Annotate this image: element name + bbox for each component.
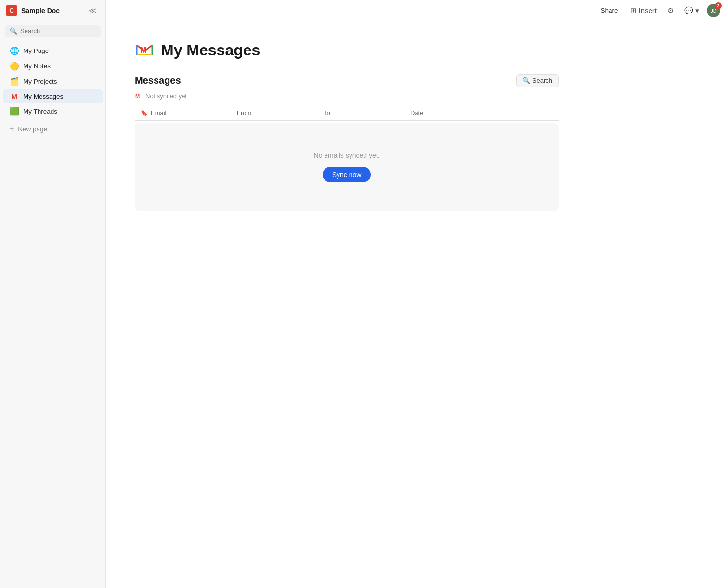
insert-button[interactable]: ⊞ Insert	[627, 4, 660, 17]
messages-icon: M	[10, 92, 19, 101]
table-col-from: From	[237, 109, 324, 116]
messages-section: Messages 🔍 Search M Not synced yet 🔖 Ema…	[135, 74, 559, 211]
sidebar-item-label-my-threads: My Threads	[23, 108, 57, 115]
chevron-down-icon: ▾	[695, 6, 699, 15]
main-area: Share ⊞ Insert ⚙ 💬 ▾ JD 2	[106, 0, 728, 588]
sidebar-item-my-messages[interactable]: M My Messages	[3, 89, 103, 103]
insert-icon: ⊞	[630, 6, 637, 15]
sidebar-header: C Sample Doc ≪	[0, 0, 105, 21]
topbar: Share ⊞ Insert ⚙ 💬 ▾ JD 2	[106, 0, 728, 21]
sidebar-item-label-my-notes: My Notes	[23, 63, 51, 70]
settings-button[interactable]: ⚙	[664, 4, 676, 17]
new-page-label: New page	[18, 126, 47, 133]
notification-badge: 2	[715, 2, 722, 9]
search-input[interactable]	[20, 27, 96, 35]
sidebar-item-my-notes[interactable]: 🟡 My Notes	[3, 59, 103, 74]
sync-status-text: Not synced yet	[145, 92, 187, 100]
sidebar-item-my-page[interactable]: 🌐 My Page	[3, 43, 103, 58]
sidebar-item-label-my-projects: My Projects	[23, 78, 57, 85]
gmail-small-icon: M	[135, 92, 143, 100]
insert-label: Insert	[638, 6, 657, 14]
comment-button[interactable]: 💬 ▾	[681, 4, 702, 17]
page-title: My Messages	[161, 41, 260, 59]
avatar[interactable]: JD 2	[707, 4, 720, 17]
from-col-label: From	[237, 109, 251, 116]
new-page-item[interactable]: + New page	[3, 122, 103, 136]
search-messages-icon: 🔍	[522, 77, 530, 84]
settings-icon: ⚙	[667, 6, 674, 15]
messages-header: Messages 🔍 Search	[135, 74, 559, 87]
date-col-label: Date	[410, 109, 423, 116]
doc-title: Sample Doc	[21, 7, 82, 14]
comment-icon: 💬	[684, 6, 693, 15]
svg-text:M: M	[140, 46, 146, 54]
messages-title: Messages	[135, 75, 181, 86]
empty-state: No emails synced yet. Sync now	[135, 123, 559, 211]
sidebar-item-my-threads[interactable]: 🟩 My Threads	[3, 104, 103, 119]
table-header: 🔖 Email From To Date	[135, 105, 559, 121]
notes-icon: 🟡	[10, 62, 19, 71]
page-content: M My Messages Messages 🔍 Search M Not sy…	[106, 21, 587, 588]
topbar-actions: Share ⊞ Insert ⚙ 💬 ▾ JD 2	[596, 4, 720, 17]
email-col-label: Email	[151, 109, 167, 116]
table-col-email: 🔖 Email	[141, 109, 237, 116]
svg-text:M: M	[135, 93, 140, 99]
sidebar-item-label-my-page: My Page	[23, 47, 49, 54]
share-button[interactable]: Share	[596, 5, 623, 16]
plus-icon: +	[10, 125, 14, 133]
gmail-logo-icon: M	[135, 40, 154, 60]
threads-icon: 🟩	[10, 107, 19, 116]
search-box[interactable]: 🔍	[5, 25, 101, 37]
search-messages-label: Search	[533, 77, 552, 84]
to-col-label: To	[324, 109, 330, 116]
search-icon: 🔍	[10, 27, 17, 35]
app-logo: C	[6, 5, 17, 16]
email-col-icon: 🔖	[141, 110, 148, 116]
sidebar-item-label-my-messages: My Messages	[23, 93, 63, 100]
sidebar-item-my-projects[interactable]: 🗂️ My Projects	[3, 74, 103, 89]
sync-status: M Not synced yet	[135, 92, 559, 100]
collapse-sidebar-button[interactable]: ≪	[86, 4, 100, 17]
sidebar: C Sample Doc ≪ 🔍 🌐 My Page 🟡 My Notes 🗂️…	[0, 0, 106, 588]
page-header: M My Messages	[135, 40, 559, 60]
projects-icon: 🗂️	[10, 77, 19, 86]
globe-icon: 🌐	[10, 46, 19, 55]
nav-section: 🌐 My Page 🟡 My Notes 🗂️ My Projects M My…	[0, 41, 105, 121]
table-col-to: To	[324, 109, 410, 116]
empty-state-text: No emails synced yet.	[314, 152, 380, 159]
sync-now-button[interactable]: Sync now	[323, 167, 371, 182]
search-messages-button[interactable]: 🔍 Search	[516, 74, 559, 87]
table-col-date: Date	[410, 109, 497, 116]
